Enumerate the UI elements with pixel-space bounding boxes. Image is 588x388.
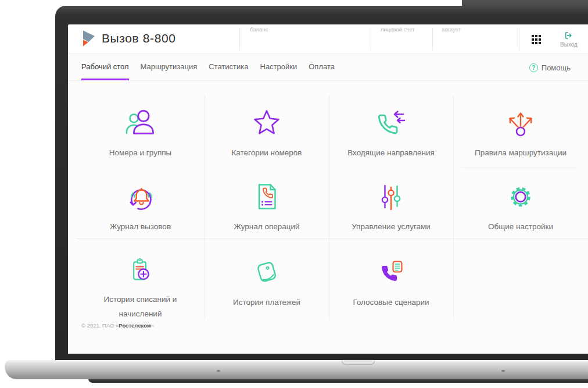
copyright: © 2021. ПАО «Ростелеком» [81,322,154,329]
tile-incoming-directions[interactable]: Входящие направления [329,95,453,169]
tile-call-log[interactable]: Журнал вызовов [76,169,205,244]
logout-label: Выход [560,41,578,48]
copyright-brand: Ростелеком [119,322,151,329]
app-title: Вызов 8-800 [102,31,175,45]
dashboard-grid: Номера и группы Категории номеров Входящ… [76,95,588,322]
header-divider [239,28,240,51]
tile-label: Журнал операций [234,219,299,234]
logout-icon [564,31,573,40]
copyright-suffix: » [151,322,154,329]
clipboard-plus-icon [124,256,157,286]
laptop-base-shadow [88,379,588,383]
tile-service-management[interactable]: Управление услугами [329,169,453,244]
routing-arrows-icon [504,106,537,139]
header-divider [519,28,519,51]
tile-label: Входящие направления [347,145,435,161]
tile-label: Правила маршрутизации [475,145,567,161]
laptop-foot [217,370,220,372]
rostelecom-logo-icon [81,30,96,49]
tab-desktop[interactable]: Рабочий стол [81,54,129,80]
call-log-icon [124,180,157,213]
tab-statistics[interactable]: Статистика [209,54,248,80]
tile-label: История списаний и начислений [91,292,191,322]
tile-operations-log[interactable]: Журнал операций [205,169,329,244]
tile-voice-scenarios[interactable]: Голосовые сценарии [329,244,453,322]
star-icon [250,106,283,139]
logout-button[interactable]: Выход [554,27,584,52]
tile-label: Голосовые сценарии [353,295,429,310]
tab-routing[interactable]: Маршрутизация [141,54,198,80]
help-label: Помощь [542,63,571,72]
header-divider [432,28,433,51]
gear-icon [504,180,537,213]
sliders-icon [375,180,407,213]
tab-bar: Рабочий стол Маршрутизация Статистика На… [68,54,588,81]
laptop-mockup: Вызов 8-800 баланс лицевой счет аккаунт … [0,0,588,388]
tile-label: Номера и группы [109,145,171,161]
operations-log-icon [250,180,283,213]
tile-general-settings[interactable]: Общие настройки [453,169,588,244]
tile-numbers-and-groups[interactable]: Номера и группы [76,95,205,169]
laptop-latch [342,360,375,365]
header-divider [371,28,371,51]
tile-routing-rules[interactable]: Правила маршрутизации [453,95,588,169]
account-field[interactable]: аккаунт [442,26,461,33]
tile-label: Категории номеров [231,145,302,161]
personal-account-field[interactable]: лицевой счет [381,26,415,33]
copyright-prefix: © 2021. ПАО « [81,322,119,329]
question-circle-icon: ? [529,63,538,72]
app-header: Вызов 8-800 баланс лицевой счет аккаунт … [68,24,588,54]
tile-label: История платежей [233,295,300,310]
tab-payment[interactable]: Оплата [309,54,335,80]
users-icon [124,106,157,139]
apps-grid-icon[interactable] [532,35,542,45]
laptop-base [5,360,588,379]
laptop-foot [501,370,505,372]
tile-label: Управление услугами [352,219,431,234]
voice-script-icon [375,256,407,289]
tile-payments-history[interactable]: История платежей [205,244,329,322]
tile-label: Журнал вызовов [110,219,171,234]
tab-settings[interactable]: Настройки [260,54,297,80]
screen: Вызов 8-800 баланс лицевой счет аккаунт … [68,24,588,354]
balance-field[interactable]: баланс [250,26,268,33]
tile-charges-history[interactable]: История списаний и начислений [76,244,205,322]
tile-label: Общие настройки [488,219,553,234]
help-button[interactable]: ? Помощь [529,54,571,81]
wallet-icon [250,256,283,289]
incoming-call-icon [375,106,407,139]
tile-number-categories[interactable]: Категории номеров [205,95,329,169]
